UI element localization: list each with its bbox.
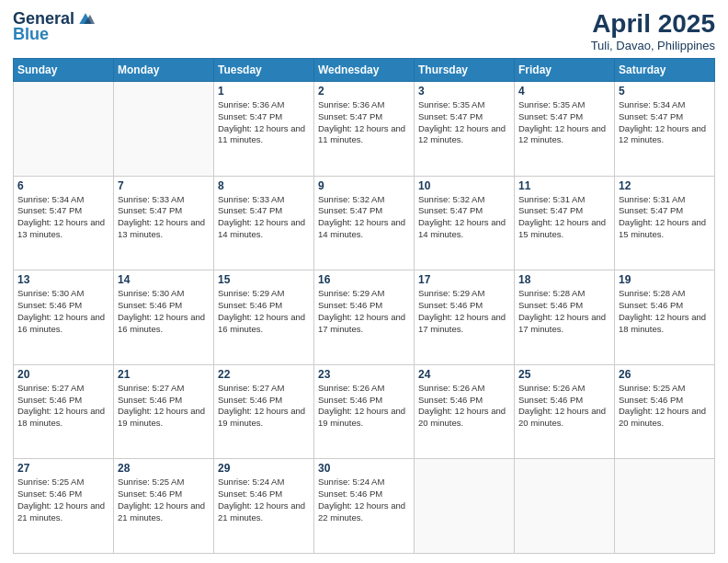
- day-number: 5: [619, 85, 711, 98]
- day-number: 27: [17, 462, 109, 475]
- subtitle: Tuli, Davao, Philippines: [591, 39, 715, 52]
- calendar-cell: [415, 459, 515, 554]
- day-info: Sunrise: 5:32 AMSunset: 5:47 PMDaylight:…: [418, 194, 510, 241]
- day-info: Sunrise: 5:29 AMSunset: 5:46 PMDaylight:…: [218, 288, 310, 335]
- day-info: Sunrise: 5:36 AMSunset: 5:47 PMDaylight:…: [318, 99, 410, 146]
- day-number: 10: [418, 179, 510, 192]
- day-info: Sunrise: 5:25 AMSunset: 5:46 PMDaylight:…: [619, 383, 711, 430]
- calendar-cell: 28Sunrise: 5:25 AMSunset: 5:46 PMDayligh…: [114, 459, 214, 554]
- week-row-1: 6Sunrise: 5:34 AMSunset: 5:47 PMDaylight…: [14, 176, 715, 270]
- col-thursday: Thursday: [415, 59, 515, 82]
- calendar-cell: 24Sunrise: 5:26 AMSunset: 5:46 PMDayligh…: [415, 364, 515, 459]
- day-info: Sunrise: 5:26 AMSunset: 5:46 PMDaylight:…: [318, 383, 410, 430]
- day-number: 3: [418, 85, 510, 98]
- day-number: 28: [118, 462, 210, 475]
- calendar-cell: 9Sunrise: 5:32 AMSunset: 5:47 PMDaylight…: [314, 176, 415, 270]
- calendar-cell: 11Sunrise: 5:31 AMSunset: 5:47 PMDayligh…: [515, 176, 615, 270]
- day-number: 13: [17, 273, 109, 286]
- day-info: Sunrise: 5:27 AMSunset: 5:46 PMDaylight:…: [17, 383, 109, 430]
- main-title: April 2025: [591, 9, 715, 39]
- day-number: 25: [518, 368, 610, 381]
- calendar-cell: 5Sunrise: 5:34 AMSunset: 5:47 PMDaylight…: [615, 82, 715, 177]
- day-number: 2: [318, 85, 410, 98]
- day-info: Sunrise: 5:27 AMSunset: 5:46 PMDaylight:…: [218, 383, 310, 430]
- day-info: Sunrise: 5:31 AMSunset: 5:47 PMDaylight:…: [518, 194, 610, 241]
- calendar-cell: 14Sunrise: 5:30 AMSunset: 5:46 PMDayligh…: [114, 270, 214, 365]
- header: General Blue April 2025 Tuli, Davao, Phi…: [13, 9, 715, 52]
- col-sunday: Sunday: [14, 59, 114, 82]
- day-number: 21: [118, 368, 210, 381]
- week-row-3: 20Sunrise: 5:27 AMSunset: 5:46 PMDayligh…: [14, 364, 715, 459]
- day-info: Sunrise: 5:25 AMSunset: 5:46 PMDaylight:…: [17, 477, 109, 523]
- calendar-cell: 27Sunrise: 5:25 AMSunset: 5:46 PMDayligh…: [14, 459, 114, 554]
- col-monday: Monday: [114, 59, 214, 82]
- day-info: Sunrise: 5:31 AMSunset: 5:47 PMDaylight:…: [619, 194, 711, 241]
- calendar-cell: 4Sunrise: 5:35 AMSunset: 5:47 PMDaylight…: [515, 82, 615, 177]
- day-info: Sunrise: 5:25 AMSunset: 5:46 PMDaylight:…: [118, 477, 210, 523]
- week-row-0: 1Sunrise: 5:36 AMSunset: 5:47 PMDaylight…: [14, 82, 715, 177]
- calendar-cell: [615, 459, 715, 554]
- day-info: Sunrise: 5:28 AMSunset: 5:46 PMDaylight:…: [518, 288, 610, 335]
- calendar-cell: 10Sunrise: 5:32 AMSunset: 5:47 PMDayligh…: [415, 176, 515, 270]
- page: General Blue April 2025 Tuli, Davao, Phi…: [0, 0, 728, 563]
- col-wednesday: Wednesday: [314, 59, 415, 82]
- col-tuesday: Tuesday: [214, 59, 314, 82]
- calendar-cell: 21Sunrise: 5:27 AMSunset: 5:46 PMDayligh…: [114, 364, 214, 459]
- day-number: 11: [518, 179, 610, 192]
- calendar-cell: [14, 82, 114, 177]
- week-row-2: 13Sunrise: 5:30 AMSunset: 5:46 PMDayligh…: [14, 270, 715, 365]
- calendar-cell: 22Sunrise: 5:27 AMSunset: 5:46 PMDayligh…: [214, 364, 314, 459]
- day-number: 6: [17, 179, 109, 192]
- day-number: 19: [619, 273, 711, 286]
- day-number: 22: [218, 368, 310, 381]
- day-info: Sunrise: 5:27 AMSunset: 5:46 PMDaylight:…: [118, 383, 210, 430]
- day-info: Sunrise: 5:30 AMSunset: 5:46 PMDaylight:…: [17, 288, 109, 335]
- header-row: Sunday Monday Tuesday Wednesday Thursday…: [14, 59, 715, 82]
- calendar-cell: 26Sunrise: 5:25 AMSunset: 5:46 PMDayligh…: [615, 364, 715, 459]
- day-info: Sunrise: 5:24 AMSunset: 5:46 PMDaylight:…: [218, 477, 310, 523]
- calendar-cell: 8Sunrise: 5:33 AMSunset: 5:47 PMDaylight…: [214, 176, 314, 270]
- calendar-cell: 13Sunrise: 5:30 AMSunset: 5:46 PMDayligh…: [14, 270, 114, 365]
- calendar-cell: 2Sunrise: 5:36 AMSunset: 5:47 PMDaylight…: [314, 82, 415, 177]
- calendar-cell: 25Sunrise: 5:26 AMSunset: 5:46 PMDayligh…: [515, 364, 615, 459]
- day-info: Sunrise: 5:34 AMSunset: 5:47 PMDaylight:…: [619, 99, 711, 146]
- calendar-cell: 30Sunrise: 5:24 AMSunset: 5:46 PMDayligh…: [314, 459, 415, 554]
- calendar-cell: [515, 459, 615, 554]
- col-saturday: Saturday: [615, 59, 715, 82]
- calendar-table: Sunday Monday Tuesday Wednesday Thursday…: [13, 58, 715, 554]
- day-number: 23: [318, 368, 410, 381]
- day-number: 15: [218, 273, 310, 286]
- day-info: Sunrise: 5:35 AMSunset: 5:47 PMDaylight:…: [518, 99, 610, 146]
- day-number: 8: [218, 179, 310, 192]
- day-number: 1: [218, 85, 310, 98]
- calendar-cell: 7Sunrise: 5:33 AMSunset: 5:47 PMDaylight…: [114, 176, 214, 270]
- day-info: Sunrise: 5:35 AMSunset: 5:47 PMDaylight:…: [418, 99, 510, 146]
- calendar-cell: 15Sunrise: 5:29 AMSunset: 5:46 PMDayligh…: [214, 270, 314, 365]
- logo: General Blue: [13, 9, 95, 44]
- day-number: 26: [619, 368, 711, 381]
- day-info: Sunrise: 5:30 AMSunset: 5:46 PMDaylight:…: [118, 288, 210, 335]
- day-number: 4: [518, 85, 610, 98]
- day-number: 12: [619, 179, 711, 192]
- calendar-cell: [114, 82, 214, 177]
- calendar-cell: 17Sunrise: 5:29 AMSunset: 5:46 PMDayligh…: [415, 270, 515, 365]
- calendar-cell: 18Sunrise: 5:28 AMSunset: 5:46 PMDayligh…: [515, 270, 615, 365]
- day-info: Sunrise: 5:33 AMSunset: 5:47 PMDaylight:…: [118, 194, 210, 241]
- day-number: 20: [17, 368, 109, 381]
- calendar-cell: 12Sunrise: 5:31 AMSunset: 5:47 PMDayligh…: [615, 176, 715, 270]
- logo-blue: Blue: [13, 25, 49, 44]
- calendar-cell: 20Sunrise: 5:27 AMSunset: 5:46 PMDayligh…: [14, 364, 114, 459]
- calendar-cell: 29Sunrise: 5:24 AMSunset: 5:46 PMDayligh…: [214, 459, 314, 554]
- day-info: Sunrise: 5:29 AMSunset: 5:46 PMDaylight:…: [418, 288, 510, 335]
- day-info: Sunrise: 5:29 AMSunset: 5:46 PMDaylight:…: [318, 288, 410, 335]
- day-info: Sunrise: 5:24 AMSunset: 5:46 PMDaylight:…: [318, 477, 410, 523]
- col-friday: Friday: [515, 59, 615, 82]
- day-info: Sunrise: 5:26 AMSunset: 5:46 PMDaylight:…: [518, 383, 610, 430]
- week-row-4: 27Sunrise: 5:25 AMSunset: 5:46 PMDayligh…: [14, 459, 715, 554]
- day-info: Sunrise: 5:26 AMSunset: 5:46 PMDaylight:…: [418, 383, 510, 430]
- day-number: 9: [318, 179, 410, 192]
- day-info: Sunrise: 5:34 AMSunset: 5:47 PMDaylight:…: [17, 194, 109, 241]
- day-number: 14: [118, 273, 210, 286]
- calendar-cell: 19Sunrise: 5:28 AMSunset: 5:46 PMDayligh…: [615, 270, 715, 365]
- title-area: April 2025 Tuli, Davao, Philippines: [591, 9, 715, 52]
